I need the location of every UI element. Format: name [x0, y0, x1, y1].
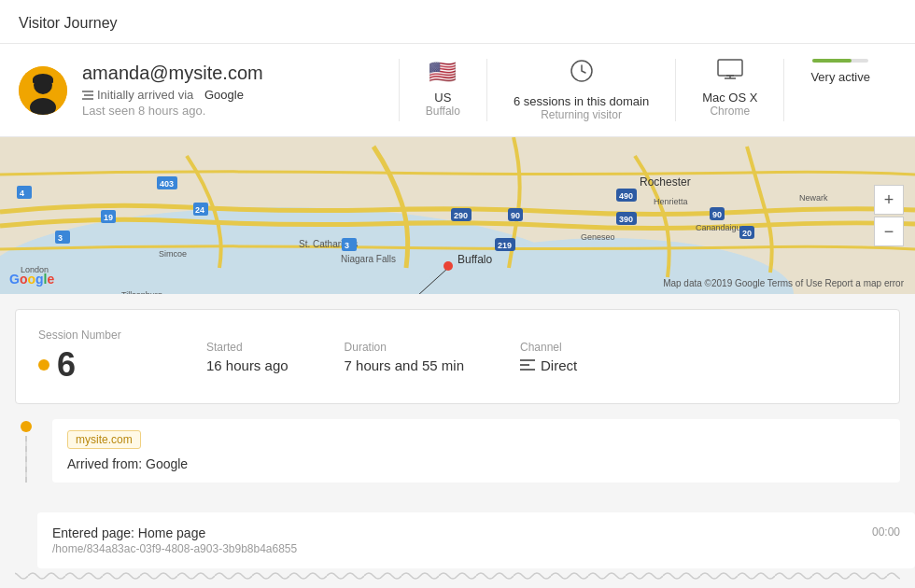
map-zoom-in[interactable]: + [874, 185, 904, 215]
visitor-details: amanda@mysite.com Initially arrived via … [82, 63, 399, 118]
svg-rect-5 [82, 91, 93, 92]
map-container: London Tillsonburg St. Thomas Simcoe St.… [0, 137, 915, 294]
timeline-arrived: Arrived from: Google [67, 456, 885, 471]
session-field-channel: Channel Direct [520, 341, 577, 373]
session-number-label: Session Number [38, 329, 150, 342]
svg-text:3: 3 [345, 241, 349, 250]
page-entry: Entered page: Home page /home/834a83ac-0… [37, 512, 915, 568]
timeline-domain: mysite.com [67, 430, 141, 449]
timeline-entry: mysite.com Arrived from: Google [15, 419, 900, 497]
svg-text:90: 90 [511, 211, 520, 220]
svg-text:Simcoe: Simcoe [159, 249, 187, 259]
svg-point-55 [443, 261, 453, 271]
svg-text:24: 24 [195, 205, 204, 215]
avatar [19, 66, 67, 115]
timeline-left [15, 419, 37, 483]
stat-device: Mac OS X Chrome [675, 59, 783, 121]
svg-text:20: 20 [742, 229, 752, 238]
svg-text:4: 4 [20, 189, 24, 198]
svg-text:St. Thomas: St. Thomas [39, 293, 82, 294]
timeline: mysite.com Arrived from: Google [15, 419, 900, 497]
activity-bar [812, 59, 868, 63]
page-entry-time: 00:00 [872, 525, 900, 539]
timeline-line [25, 436, 27, 483]
visitor-bar: amanda@mysite.com Initially arrived via … [0, 44, 915, 137]
page-entry-url: /home/834a83ac-03f9-4808-a903-3b9b8b4a68… [52, 542, 297, 555]
session-field-started: Started 16 hours ago [206, 341, 289, 373]
avatar-image [19, 66, 67, 115]
flag-icon: 🇺🇸 [429, 59, 457, 85]
stat-location: 🇺🇸 US Buffalo [399, 59, 486, 121]
session-number-block: Session Number 6 [38, 329, 150, 385]
svg-rect-9 [718, 60, 742, 76]
svg-text:390: 390 [619, 215, 633, 224]
svg-text:403: 403 [160, 179, 174, 189]
sessions-icon [570, 59, 594, 89]
page-entry-title: Entered page: Home page [52, 525, 297, 540]
session-dot [38, 359, 49, 371]
svg-rect-7 [82, 98, 93, 100]
svg-text:Niagara Falls: Niagara Falls [341, 254, 396, 264]
page-header: Visitor Journey [0, 0, 915, 44]
svg-rect-4 [33, 78, 53, 83]
stat-activity: Very active [783, 59, 896, 121]
svg-text:Tillsonburg: Tillsonburg [121, 290, 162, 294]
svg-text:Canandaigua: Canandaigua [696, 223, 746, 232]
stat-sessions: 6 sessions in this domain Returning visi… [486, 59, 675, 121]
channel-value: Direct [520, 357, 577, 373]
visitor-stats: 🇺🇸 US Buffalo 6 sessions in this domain … [399, 59, 896, 121]
svg-text:Newark: Newark [799, 193, 828, 203]
map-controls: + − [874, 185, 904, 246]
svg-text:3: 3 [58, 233, 63, 243]
map-zoom-out[interactable]: − [874, 217, 904, 246]
session-card: Session Number 6 Started 16 hours ago Du… [15, 309, 900, 404]
svg-text:Buffalo: Buffalo [458, 253, 492, 266]
channel-icon [520, 359, 535, 371]
activity-bar-fill [812, 59, 852, 63]
google-logo: Google [9, 272, 54, 287]
svg-text:90: 90 [712, 210, 722, 219]
svg-text:290: 290 [454, 211, 468, 220]
session-number-value: 6 [38, 345, 150, 385]
session-field-duration: Duration 7 hours and 55 min [345, 341, 464, 373]
svg-text:19: 19 [104, 213, 113, 222]
timeline-content: mysite.com Arrived from: Google [52, 419, 900, 483]
svg-text:Henrietta: Henrietta [654, 197, 688, 206]
svg-text:490: 490 [619, 191, 633, 201]
visitor-source: Initially arrived via Google [82, 88, 399, 102]
visitor-email: amanda@mysite.com [82, 63, 399, 84]
svg-text:Geneseo: Geneseo [581, 232, 615, 242]
svg-rect-6 [84, 94, 93, 96]
map-svg: London Tillsonburg St. Thomas Simcoe St.… [0, 137, 915, 294]
lines-icon [82, 90, 93, 101]
visitor-last-seen: Last seen 8 hours ago. [82, 104, 399, 118]
timeline-dot [21, 421, 32, 432]
session-fields: Started 16 hours ago Duration 7 hours an… [206, 341, 577, 373]
wavy-bottom [15, 568, 900, 583]
svg-text:Rochester: Rochester [640, 175, 691, 189]
map-footer: Map data ©2019 Google Terms of Use Repor… [663, 278, 904, 288]
monitor-icon [717, 59, 743, 85]
svg-text:219: 219 [498, 241, 512, 250]
page-title: Visitor Journey [19, 15, 118, 31]
